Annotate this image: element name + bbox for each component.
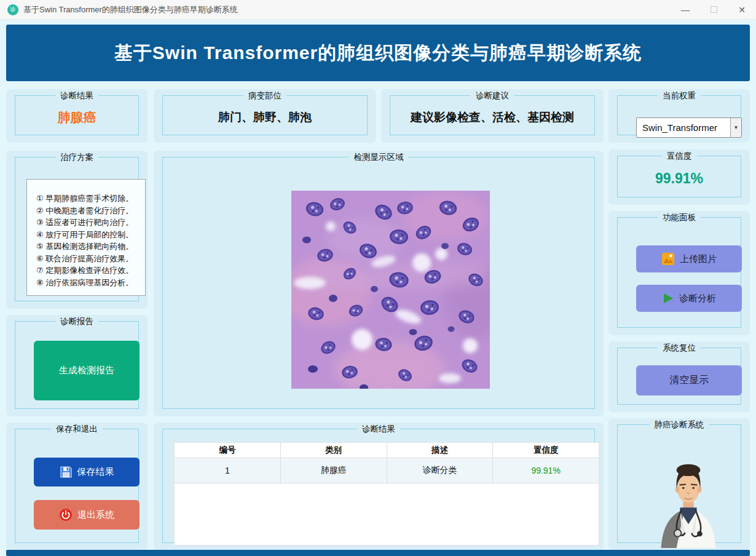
clear-display-label: 清空显示 (669, 374, 709, 387)
confidence-value: 99.91% (655, 170, 703, 187)
weight-select-value: Swin_Transformer (637, 122, 730, 133)
column-header-category: 类别 (281, 443, 387, 458)
panel-lesion-site: 病变部位 肺门、肺野、肺泡 (154, 89, 376, 143)
system-logo-title: 肺癌诊断系统 (650, 419, 709, 431)
analyze-label: 诊断分析 (679, 293, 716, 304)
analyze-button[interactable]: 诊断分析 (636, 285, 742, 312)
panel-diagnosis-report: 诊断报告 生成检测报告 (6, 315, 148, 416)
app-icon: 诊 (7, 4, 18, 15)
panel-confidence: 置信度 99.91% (608, 149, 750, 205)
panel-treatment-plan: 治疗方案 ① 早期肺腺癌需手术切除。 ② 中晚期患者需化疗治疗。 ③ 适应者可进… (6, 151, 148, 309)
titlebar[interactable]: 诊 基于Swin Transformer的肺组织图像分类与肺癌早期诊断系统 — … (0, 0, 756, 20)
app-header: 基于Swin Transformer的肺组织图像分类与肺癌早期诊断系统 (6, 25, 750, 81)
panel-diagnosis-result: 诊断结果 肺腺癌 (6, 89, 148, 143)
save-exit-title: 保存和退出 (51, 424, 103, 435)
upload-image-button[interactable]: 上传图片 (636, 245, 742, 272)
display-area-title: 检测显示区域 (349, 152, 409, 163)
column-header-id: 编号 (175, 443, 281, 458)
table-header-row: 编号 类别 描述 置信度 (175, 443, 599, 458)
minimize-button[interactable]: — (671, 0, 699, 19)
treatment-item: ⑤ 基因检测选择靶向药物。 (36, 240, 145, 253)
column-header-confidence: 置信度 (493, 443, 599, 458)
cell-description: 诊断分类 (387, 458, 494, 483)
weight-select[interactable]: Swin_Transformer ▼ (636, 117, 742, 138)
diagnosis-advice-value: 建议影像检查、活检、基因检测 (411, 109, 574, 125)
save-result-button[interactable]: 保存结果 (34, 458, 140, 486)
diagnosis-result-value: 肺腺癌 (58, 109, 96, 126)
treatment-item: ⑧ 治疗依据病理基因分析。 (36, 277, 145, 289)
panel-current-weight: 当前权重 Swin_Transformer ▼ (608, 89, 750, 143)
treatment-plan-title: 治疗方案 (55, 152, 98, 163)
panel-save-exit: 保存和退出 保存结果 退出系统 (6, 423, 148, 550)
panel-result-table: 诊断结果 编号 类别 描述 置信度 1 肺腺癌 诊断分类 99.91% (154, 423, 604, 550)
treatment-item: ③ 适应者可进行靶向治疗。 (36, 216, 145, 229)
save-result-label: 保存结果 (77, 466, 114, 478)
treatment-item: ⑦ 定期影像检查评估疗效。 (36, 264, 145, 277)
current-weight-title: 当前权重 (658, 90, 701, 101)
treatment-item: ⑥ 联合治疗提高治疗效果。 (36, 253, 145, 265)
column-header-description: 描述 (387, 443, 494, 458)
chevron-down-icon[interactable]: ▼ (730, 118, 741, 137)
exit-system-label: 退出系统 (77, 509, 114, 521)
treatment-item: ④ 放疗可用于局部的控制。 (36, 229, 145, 241)
play-icon (662, 292, 674, 304)
page-title: 基于Swin Transformer的肺组织图像分类与肺癌早期诊断系统 (114, 41, 642, 66)
panel-function: 功能面板 上传图片 诊断分析 (608, 211, 750, 335)
result-table-title: 诊断结果 (357, 424, 400, 435)
function-panel-title: 功能面板 (658, 212, 701, 223)
window-controls: — ✕ (671, 0, 756, 19)
cell-category: 肺腺癌 (281, 458, 387, 483)
clear-display-button[interactable]: 清空显示 (636, 365, 742, 395)
results-table: 编号 类别 描述 置信度 1 肺腺癌 诊断分类 99.91% (174, 442, 599, 546)
close-button[interactable]: ✕ (728, 0, 756, 19)
treatment-plan-list: ① 早期肺腺癌需手术切除。 ② 中晚期患者需化疗治疗。 ③ 适应者可进行靶向治疗… (26, 179, 146, 296)
maximize-button[interactable] (699, 0, 728, 19)
window-title: 基于Swin Transformer的肺组织图像分类与肺癌早期诊断系统 (23, 4, 671, 15)
doctor-avatar (652, 459, 725, 548)
panel-system-reset: 系统复位 清空显示 (608, 341, 750, 412)
cell-confidence: 99.91% (493, 458, 599, 483)
panel-system-logo: 肺癌诊断系统 (608, 418, 750, 550)
diagnosis-report-title: 诊断报告 (55, 316, 98, 327)
footer-bar (6, 550, 750, 556)
generate-report-button[interactable]: 生成检测报告 (34, 341, 140, 400)
image-icon (661, 252, 675, 266)
system-reset-title: 系统复位 (658, 343, 701, 354)
treatment-item: ① 早期肺腺癌需手术切除。 (36, 193, 145, 205)
panel-display-area: 检测显示区域 (154, 151, 604, 416)
lesion-site-value: 肺门、肺野、肺泡 (218, 109, 312, 125)
treatment-item: ② 中晚期患者需化疗治疗。 (36, 205, 145, 217)
upload-image-label: 上传图片 (680, 253, 717, 265)
histology-image (291, 191, 490, 389)
panel-diagnosis-advice: 诊断建议 建议影像检查、活检、基因检测 (381, 89, 604, 143)
exit-system-button[interactable]: 退出系统 (34, 500, 140, 530)
generate-report-label: 生成检测报告 (59, 365, 114, 376)
table-row[interactable]: 1 肺腺癌 诊断分类 99.91% (175, 458, 599, 483)
maximize-icon (711, 6, 717, 13)
save-icon (60, 466, 73, 479)
power-icon (59, 508, 73, 522)
cell-id: 1 (175, 458, 281, 483)
